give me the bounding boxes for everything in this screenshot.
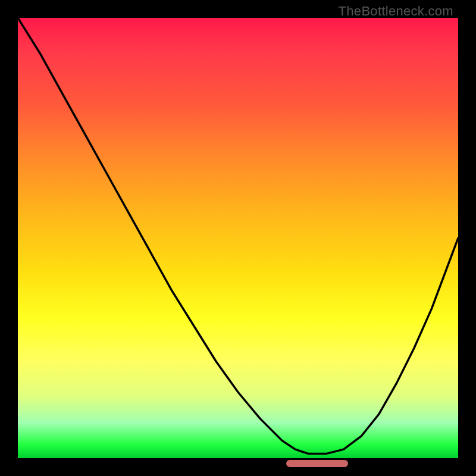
- watermark-text: TheBottleneck.com: [339, 4, 453, 19]
- plot-area: [18, 18, 458, 458]
- optimal-range-marker: [286, 460, 348, 467]
- chart-frame: TheBottleneck.com: [0, 0, 476, 476]
